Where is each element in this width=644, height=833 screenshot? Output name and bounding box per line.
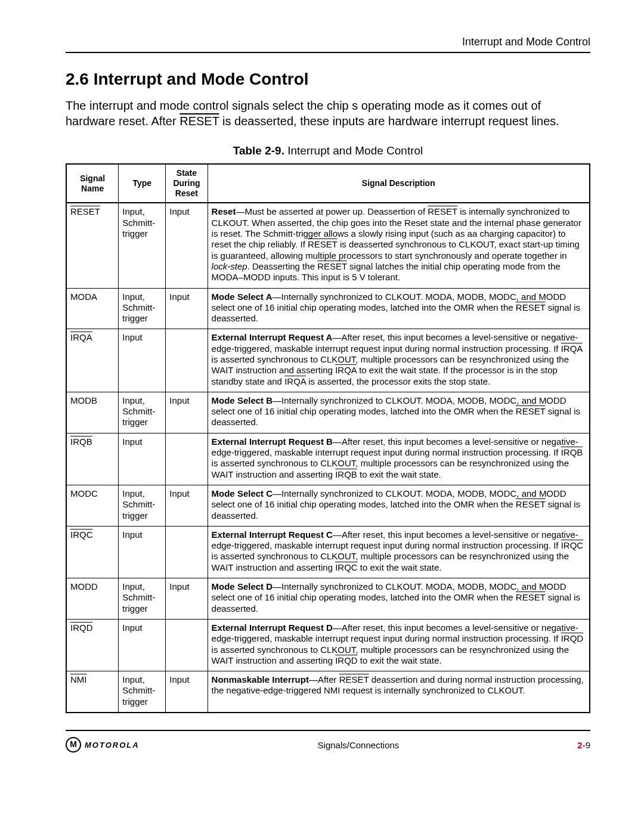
cell-description: Mode Select D—Internally synchronized to… xyxy=(208,578,590,620)
cell-state xyxy=(166,329,208,392)
cell-signal-name: RESET xyxy=(66,203,119,288)
col-description: Signal Description xyxy=(208,164,590,203)
table-caption-rest: Interrupt and Mode Control xyxy=(284,144,423,157)
cell-state xyxy=(166,526,208,578)
table-caption-bold: Table 2-9. xyxy=(233,144,284,157)
header-rule xyxy=(66,52,590,53)
col-type: Type xyxy=(119,164,166,203)
cell-type: Input xyxy=(119,526,166,578)
cell-description: Nonmaskable Interrupt—After RESET deasse… xyxy=(208,671,590,713)
section-number: 2.6 xyxy=(66,70,89,88)
cell-signal-name: MODB xyxy=(66,392,119,433)
section-title-text: Interrupt and Mode Control xyxy=(94,70,309,88)
footer-center: Signals/Connections xyxy=(140,740,578,750)
cell-description: Mode Select A—Internally synchronized to… xyxy=(208,288,590,329)
table-row: MODBInput, Schmitt-triggerInputMode Sele… xyxy=(66,392,590,433)
cell-state: Input xyxy=(166,578,208,620)
cell-description: Reset—Must be asserted at power up. Deas… xyxy=(208,203,590,288)
page-num: 9 xyxy=(586,740,590,750)
cell-signal-name: MODC xyxy=(66,485,119,526)
brand-text: MOTOROLA xyxy=(85,741,140,750)
section-heading: 2.6 Interrupt and Mode Control xyxy=(66,70,590,89)
cell-signal-name: IRQC xyxy=(66,526,119,578)
page-prefix: 2- xyxy=(577,740,585,750)
intro-paragraph: The interrupt and mode control signals s… xyxy=(66,98,590,129)
cell-description: External Interrupt Request C—After reset… xyxy=(208,526,590,578)
page: Interrupt and Mode Control 2.6 Interrupt… xyxy=(0,0,644,833)
table-row: IRQCInputExternal Interrupt Request C—Af… xyxy=(66,526,590,578)
page-number: 2-9 xyxy=(577,740,590,750)
cell-type: Input, Schmitt-trigger xyxy=(119,671,166,713)
table-body: RESETInput, Schmitt-triggerInputReset—Mu… xyxy=(66,203,590,713)
cell-description: Mode Select C—Internally synchronized to… xyxy=(208,485,590,526)
table-row: IRQDInputExternal Interrupt Request D—Af… xyxy=(66,619,590,671)
cell-type: Input xyxy=(119,433,166,485)
table-row: IRQAInputExternal Interrupt Request A—Af… xyxy=(66,329,590,392)
cell-type: Input, Schmitt-trigger xyxy=(119,392,166,433)
cell-state: Input xyxy=(166,392,208,433)
table-header-row: Signal Name Type State During Reset Sign… xyxy=(66,164,590,203)
cell-description: External Interrupt Request D—After reset… xyxy=(208,619,590,671)
cell-state: Input xyxy=(166,288,208,329)
col-signal-name: Signal Name xyxy=(66,164,119,203)
motorola-icon: M xyxy=(66,737,81,753)
cell-description: External Interrupt Request B—After reset… xyxy=(208,433,590,485)
cell-signal-name: MODA xyxy=(66,288,119,329)
table-row: IRQBInputExternal Interrupt Request B—Af… xyxy=(66,433,590,485)
table-row: MODAInput, Schmitt-triggerInputMode Sele… xyxy=(66,288,590,329)
signal-table: Signal Name Type State During Reset Sign… xyxy=(66,163,590,713)
cell-signal-name: MODD xyxy=(66,578,119,620)
cell-type: Input, Schmitt-trigger xyxy=(119,578,166,620)
cell-state xyxy=(166,619,208,671)
table-row: NMIInput, Schmitt-triggerInputNonmaskabl… xyxy=(66,671,590,713)
brand-logo: M MOTOROLA xyxy=(66,737,140,753)
footer-rule xyxy=(66,730,590,731)
cell-type: Input, Schmitt-trigger xyxy=(119,485,166,526)
running-header: Interrupt and Mode Control xyxy=(66,36,590,48)
cell-signal-name: IRQB xyxy=(66,433,119,485)
table-caption: Table 2-9. Interrupt and Mode Control xyxy=(66,144,590,157)
table-row: RESETInput, Schmitt-triggerInputReset—Mu… xyxy=(66,203,590,288)
cell-state: Input xyxy=(166,671,208,713)
cell-signal-name: IRQA xyxy=(66,329,119,392)
cell-type: Input, Schmitt-trigger xyxy=(119,203,166,288)
cell-description: External Interrupt Request A—After reset… xyxy=(208,329,590,392)
page-footer: M MOTOROLA Signals/Connections 2-9 xyxy=(66,737,590,753)
cell-state: Input xyxy=(166,485,208,526)
cell-signal-name: IRQD xyxy=(66,619,119,671)
table-row: MODDInput, Schmitt-triggerInputMode Sele… xyxy=(66,578,590,620)
cell-description: Mode Select B—Internally synchronized to… xyxy=(208,392,590,433)
cell-type: Input xyxy=(119,329,166,392)
cell-type: Input, Schmitt-trigger xyxy=(119,288,166,329)
cell-signal-name: NMI xyxy=(66,671,119,713)
cell-state xyxy=(166,433,208,485)
cell-state: Input xyxy=(166,203,208,288)
cell-type: Input xyxy=(119,619,166,671)
table-row: MODCInput, Schmitt-triggerInputMode Sele… xyxy=(66,485,590,526)
col-state: State During Reset xyxy=(166,164,208,203)
